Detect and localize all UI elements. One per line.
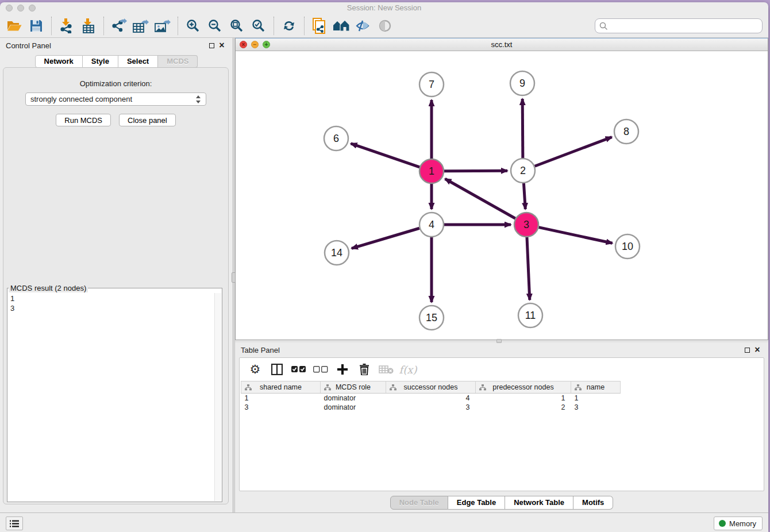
main-toolbar [0, 14, 768, 38]
column-header-MCDS-role[interactable]: MCDS role [321, 381, 386, 394]
graph-node-14[interactable]: 14 [325, 241, 349, 265]
memory-button[interactable]: Memory [714, 516, 763, 530]
network-close-icon[interactable]: × [240, 41, 247, 48]
toolbar-separator [304, 17, 305, 35]
search-field[interactable] [595, 18, 763, 33]
table-cell[interactable]: 2 [476, 403, 571, 412]
close-panel-icon[interactable]: × [217, 41, 227, 49]
table-cell[interactable]: 1 [476, 394, 571, 403]
tab-network-table[interactable]: Network Table [505, 496, 573, 510]
tab-edge-table[interactable]: Edge Table [448, 496, 505, 510]
zoom-selected-icon[interactable] [248, 16, 270, 36]
graph-node-7[interactable]: 7 [419, 72, 444, 97]
export-table-icon[interactable] [130, 16, 152, 36]
tab-style[interactable]: Style [83, 55, 118, 68]
import-network-icon[interactable] [56, 16, 78, 36]
tab-node-table[interactable]: Node Table [390, 496, 448, 510]
tab-select[interactable]: Select [118, 55, 158, 68]
home-icon[interactable] [330, 16, 352, 36]
float-panel-icon[interactable] [206, 41, 217, 50]
export-network-icon[interactable] [108, 16, 130, 36]
graph-node-4[interactable]: 4 [419, 213, 444, 237]
table-cell[interactable]: dominator [321, 403, 386, 412]
table-cell[interactable]: 1 [241, 394, 321, 403]
table-cell[interactable]: 3 [571, 403, 621, 412]
svg-text:6: 6 [333, 133, 339, 144]
save-session-icon[interactable] [25, 16, 47, 36]
table-cell[interactable]: 3 [241, 403, 321, 412]
float-table-panel-icon[interactable] [742, 346, 752, 354]
graph-node-6[interactable]: 6 [324, 126, 348, 151]
hide-graphics-details-icon[interactable] [352, 16, 374, 36]
show-column-panel-icon[interactable] [266, 360, 288, 379]
column-header-successor-nodes[interactable]: successor nodes [386, 381, 476, 394]
network-titlebar[interactable]: × − + scc.txt [236, 38, 768, 51]
close-panel-button[interactable]: Close panel [119, 114, 176, 126]
birds-eye-view-icon[interactable] [374, 16, 396, 36]
window-close-button[interactable] [6, 5, 13, 11]
mcds-result-text[interactable]: 1 3 [8, 293, 214, 501]
graph-edge-3-10[interactable] [539, 228, 613, 244]
table-row[interactable]: 3dominator323 [241, 403, 621, 412]
search-icon [599, 22, 608, 30]
graph-edge-4-14[interactable] [352, 228, 419, 248]
tab-network[interactable]: Network [35, 55, 83, 68]
window-minimize-button[interactable] [17, 5, 24, 11]
network-maximize-icon[interactable]: + [263, 41, 270, 48]
graph-edge-1-2[interactable] [444, 171, 507, 171]
search-input[interactable] [608, 22, 758, 30]
window-zoom-button[interactable] [29, 5, 36, 11]
graph-edge-2-9[interactable] [522, 99, 523, 158]
network-graph[interactable]: 7968124314101511 [236, 51, 768, 340]
graph-edge-3-1[interactable] [445, 179, 515, 218]
create-column-icon[interactable] [332, 360, 353, 379]
graph-node-15[interactable]: 15 [419, 306, 444, 330]
zoom-out-icon[interactable] [204, 16, 226, 36]
column-header-name[interactable]: name [571, 381, 621, 394]
network-minimize-icon[interactable]: − [251, 41, 259, 48]
graph-edge-2-8[interactable] [535, 137, 612, 167]
select-all-columns-icon[interactable] [288, 360, 310, 379]
app-window: Session: New Session [0, 2, 768, 532]
zoom-in-icon[interactable] [182, 16, 204, 36]
graph-node-10[interactable]: 10 [615, 234, 640, 259]
table-row[interactable]: 1dominator411 [241, 394, 621, 403]
graph-node-8[interactable]: 8 [614, 119, 638, 144]
graph-edge-2-3[interactable] [523, 183, 525, 209]
export-image-icon[interactable] [152, 16, 174, 36]
graph-node-9[interactable]: 9 [510, 71, 534, 95]
column-header-predecessor-nodes[interactable]: predecessor nodes [476, 381, 571, 394]
table-cell[interactable]: dominator [321, 394, 386, 403]
table-box: ⚙ f(x) [239, 357, 764, 491]
result-scrollbar[interactable] [214, 293, 221, 501]
tab-mcds[interactable]: MCDS [158, 55, 198, 68]
table-cell[interactable]: 4 [386, 394, 476, 403]
svg-text:4: 4 [429, 219, 434, 230]
task-history-button[interactable] [6, 516, 23, 530]
duplicate-network-icon[interactable] [309, 16, 330, 36]
run-mcds-button[interactable]: Run MCDS [56, 114, 111, 126]
dropdown-stepper-icon [195, 95, 201, 103]
graph-edge-3-11[interactable] [527, 237, 530, 300]
status-bar: Memory [0, 512, 768, 532]
table-cell[interactable]: 1 [571, 394, 621, 403]
table-settings-gear-icon[interactable]: ⚙ [244, 360, 266, 379]
tab-motifs[interactable]: Motifs [573, 496, 613, 510]
open-session-icon[interactable] [3, 16, 25, 36]
import-table-icon[interactable] [78, 16, 99, 36]
column-header-shared-name[interactable]: shared name [241, 381, 321, 394]
node-table: shared nameMCDS rolesuccessor nodesprede… [241, 381, 621, 412]
apply-layout-icon[interactable] [278, 16, 300, 36]
criterion-dropdown[interactable]: strongly connected component [25, 92, 206, 106]
table-cell[interactable]: 3 [386, 403, 476, 412]
graph-node-1[interactable]: 1 [419, 159, 444, 183]
main-titlebar: Session: New Session [0, 2, 768, 14]
unselect-all-columns-icon[interactable] [310, 360, 332, 379]
graph-node-3[interactable]: 3 [514, 213, 538, 237]
graph-node-11[interactable]: 11 [518, 303, 542, 327]
close-table-panel-icon[interactable]: × [752, 346, 763, 354]
graph-node-2[interactable]: 2 [511, 159, 535, 183]
delete-column-icon[interactable] [353, 360, 375, 379]
graph-edge-1-6[interactable] [351, 144, 420, 167]
zoom-fit-icon[interactable] [226, 16, 248, 36]
